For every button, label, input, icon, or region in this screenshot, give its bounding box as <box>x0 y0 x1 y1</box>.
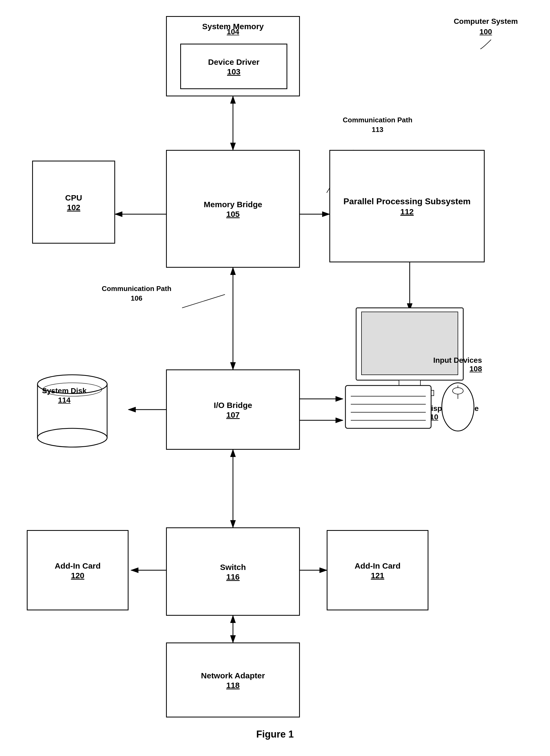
svg-point-22 <box>37 428 107 447</box>
device-driver-label: Device Driver <box>208 57 259 67</box>
cpu-box: CPU 102 <box>32 161 115 244</box>
add-in-card-120-label: Add-In Card <box>55 561 101 571</box>
system-disk: System Disk 114 <box>27 364 118 455</box>
add-in-card-121-box: Add-In Card 121 <box>327 530 428 610</box>
system-disk-label: System Disk <box>27 385 102 396</box>
system-memory-outer: System Memory 104 Device Driver 103 <box>166 16 300 96</box>
io-bridge-box: I/O Bridge 107 <box>166 369 300 450</box>
parallel-processing-label: Parallel Processing Subsystem <box>344 196 471 207</box>
input-devices: Input Devices 108 <box>343 369 482 444</box>
add-in-card-121-label: Add-In Card <box>355 561 401 571</box>
figure-label: Figure 1 <box>221 729 329 740</box>
switch-box: Switch 116 <box>166 527 300 616</box>
network-adapter-number: 118 <box>226 681 240 690</box>
cpu-label: CPU <box>65 192 82 203</box>
comm-path-106-label: Communication Path 106 <box>102 284 171 303</box>
input-devices-number: 108 <box>469 365 482 373</box>
system-disk-number: 114 <box>27 396 102 405</box>
memory-bridge-box: Memory Bridge 105 <box>166 150 300 268</box>
device-driver-number: 103 <box>227 67 240 76</box>
network-adapter-box: Network Adapter 118 <box>166 642 300 717</box>
io-bridge-label: I/O Bridge <box>214 400 252 410</box>
parallel-processing-number: 112 <box>400 207 414 216</box>
parallel-processing-box: Parallel Processing Subsystem 112 <box>329 150 485 262</box>
add-in-card-120-box: Add-In Card 120 <box>27 530 129 610</box>
memory-bridge-number: 105 <box>226 210 240 219</box>
memory-bridge-label: Memory Bridge <box>204 199 262 210</box>
add-in-card-120-number: 120 <box>71 571 84 580</box>
device-driver-box: Device Driver 103 <box>180 44 287 89</box>
computer-system-label: Computer System 100 <box>454 16 518 50</box>
cpu-number: 102 <box>67 203 80 212</box>
input-devices-label: Input Devices <box>433 356 482 364</box>
switch-label: Switch <box>220 562 246 572</box>
io-bridge-number: 107 <box>226 410 240 419</box>
comm-path-113-label: Communication Path 113 <box>343 115 412 135</box>
svg-point-31 <box>453 388 463 394</box>
network-adapter-label: Network Adapter <box>201 670 265 681</box>
svg-rect-24 <box>345 385 431 428</box>
add-in-card-121-number: 121 <box>371 571 384 580</box>
svg-line-7 <box>182 294 225 308</box>
system-memory-number: 104 <box>227 28 239 36</box>
switch-number: 116 <box>226 572 240 581</box>
diagram: Computer System 100 System Memory 104 De… <box>0 0 550 756</box>
